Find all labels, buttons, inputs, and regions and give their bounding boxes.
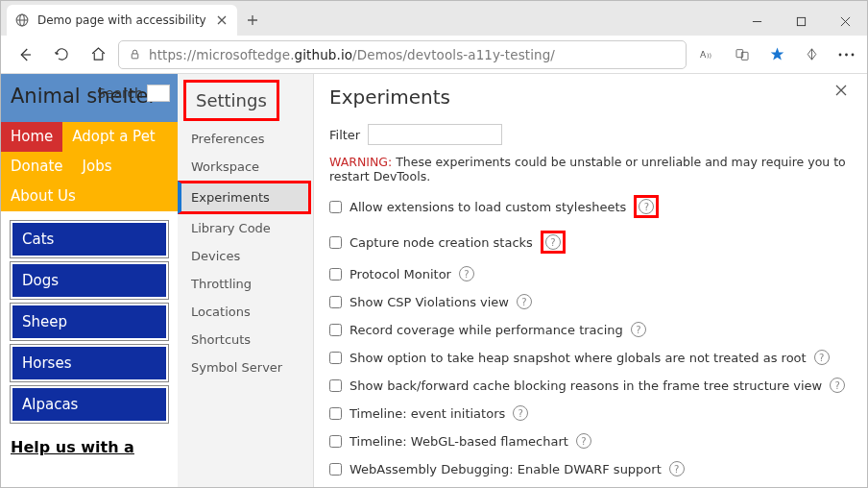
svg-rect-3	[132, 54, 138, 59]
url-text: https://microsoftedge.github.io/Demos/de…	[149, 47, 676, 62]
experiment-row: Show CSP Violations view ?	[329, 294, 852, 309]
new-tab-button[interactable]	[237, 5, 268, 36]
sidebar-item-locations[interactable]: Locations	[178, 298, 313, 326]
svg-point-10	[851, 53, 854, 56]
reading-mode-icon[interactable]: A))	[694, 41, 721, 68]
refresh-button[interactable]	[45, 40, 78, 69]
webpage-content: Animal shelter Search Home Adopt a Pet D…	[1, 74, 178, 487]
more-icon[interactable]	[832, 41, 859, 68]
experiment-checkbox[interactable]	[329, 296, 342, 308]
experiment-checkbox[interactable]	[329, 268, 342, 281]
animal-button[interactable]: Cats	[11, 221, 168, 257]
search-input[interactable]	[147, 85, 170, 102]
help-icon[interactable]: ?	[669, 461, 685, 476]
help-icon[interactable]: ?	[814, 350, 830, 365]
help-icon[interactable]: ?	[459, 266, 474, 281]
experiment-checkbox[interactable]	[329, 352, 342, 364]
home-button[interactable]	[82, 40, 114, 69]
help-icon[interactable]: ?	[545, 234, 561, 250]
experiment-label: Record coverage while performance tracin…	[350, 323, 623, 337]
settings-title: Settings	[183, 80, 279, 121]
svg-point-9	[845, 53, 848, 56]
experiment-checkbox[interactable]	[329, 435, 342, 448]
sidebar-item-library[interactable]: Library Code	[178, 214, 313, 242]
tab-close-button[interactable]	[214, 12, 229, 28]
svg-rect-2	[797, 17, 805, 25]
experiment-row: Capture node creation stacks ?	[329, 231, 852, 254]
help-icon[interactable]: ?	[513, 405, 528, 421]
nav-jobs[interactable]: Jobs	[73, 152, 122, 182]
sidebar-item-symbol[interactable]: Symbol Server	[178, 354, 313, 381]
svg-text:)): ))	[707, 52, 711, 60]
experiment-label: Show option to take heap snapshot where …	[350, 351, 807, 365]
experiment-checkbox[interactable]	[329, 407, 342, 420]
filter-label: Filter	[329, 128, 360, 142]
animal-button[interactable]: Dogs	[11, 262, 168, 299]
titlebar: Demo page with accessibility iss	[1, 1, 867, 36]
experiment-label: Show CSP Violations view	[350, 295, 509, 309]
page-title: Animal shelter	[11, 84, 168, 109]
experiment-label: Protocol Monitor	[350, 267, 451, 281]
help-icon[interactable]: ?	[631, 322, 646, 337]
experiment-row: Show back/forward cache blocking reasons…	[329, 378, 852, 393]
address-bar[interactable]: https://microsoftedge.github.io/Demos/de…	[118, 40, 687, 69]
animal-button[interactable]: Sheep	[11, 304, 168, 340]
copilot-icon[interactable]	[798, 41, 825, 68]
experiment-row: Timeline: WebGL-based flamechart ?	[329, 433, 852, 449]
experiments-title: Experiments	[329, 85, 852, 109]
experiment-label: Allow extensions to load custom styleshe…	[350, 200, 626, 214]
experiment-checkbox[interactable]	[329, 463, 342, 476]
tab-favicon	[14, 12, 30, 28]
close-settings-button[interactable]	[832, 82, 850, 99]
back-button[interactable]	[9, 40, 41, 69]
experiment-label: Capture node creation stacks	[350, 235, 533, 250]
experiment-row: Show option to take heap snapshot where …	[329, 350, 852, 365]
sidebar-item-workspace[interactable]: Workspace	[178, 153, 313, 181]
close-window-button[interactable]	[823, 7, 867, 36]
help-icon[interactable]: ?	[830, 378, 845, 393]
sidebar-item-devices[interactable]: Devices	[178, 242, 313, 270]
tab-title: Demo page with accessibility iss	[37, 13, 206, 27]
help-icon[interactable]: ?	[576, 433, 591, 449]
experiment-row: Allow extensions to load custom styleshe…	[329, 195, 852, 218]
filter-input[interactable]	[368, 124, 502, 145]
nav-home[interactable]: Home	[1, 122, 62, 152]
animal-button[interactable]: Alpacas	[11, 386, 168, 423]
devtools-panel: Settings Preferences Workspace Experimen…	[178, 74, 867, 487]
help-icon[interactable]: ?	[639, 199, 654, 214]
lock-icon	[129, 48, 141, 61]
experiment-label: Timeline: event initiators	[350, 406, 505, 421]
nav-donate[interactable]: Donate	[1, 152, 73, 182]
search-label: Search	[97, 85, 143, 101]
sidebar-item-shortcuts[interactable]: Shortcuts	[178, 326, 313, 354]
help-icon[interactable]: ?	[517, 294, 532, 309]
hero-banner: Animal shelter Search	[1, 74, 178, 122]
settings-sidebar: Settings Preferences Workspace Experimen…	[178, 74, 314, 487]
nav-about[interactable]: About Us	[1, 182, 85, 211]
maximize-button[interactable]	[779, 7, 823, 36]
svg-point-8	[838, 53, 841, 56]
experiment-checkbox[interactable]	[329, 379, 342, 392]
experiment-row: Record coverage while performance tracin…	[329, 322, 852, 337]
experiment-checkbox[interactable]	[329, 201, 342, 213]
translate-icon[interactable]	[729, 41, 756, 68]
experiment-row: Timeline: event initiators ?	[329, 405, 852, 421]
sidebar-item-throttling[interactable]: Throttling	[178, 270, 313, 298]
experiment-checkbox[interactable]	[329, 324, 342, 336]
experiment-row: WebAssembly Debugging: Enable DWARF supp…	[329, 461, 852, 476]
svg-text:A: A	[700, 49, 707, 60]
favorite-icon[interactable]	[763, 41, 790, 68]
browser-tab[interactable]: Demo page with accessibility iss	[7, 5, 237, 36]
minimize-button[interactable]	[735, 7, 779, 36]
help-heading: Help us with a	[1, 432, 178, 462]
nav-adopt[interactable]: Adopt a Pet	[62, 122, 164, 152]
experiment-label: Timeline: WebGL-based flamechart	[350, 434, 568, 449]
sidebar-item-experiments[interactable]: Experiments	[178, 181, 311, 214]
sidebar-item-preferences[interactable]: Preferences	[178, 125, 313, 153]
main-nav: Home Adopt a Pet Donate Jobs About Us	[1, 122, 178, 211]
animal-button[interactable]: Horses	[11, 345, 168, 381]
experiment-label: WebAssembly Debugging: Enable DWARF supp…	[350, 462, 662, 476]
experiment-row: Protocol Monitor ?	[329, 266, 852, 281]
experiment-checkbox[interactable]	[329, 236, 342, 249]
settings-main: Experiments Filter WARNING: These experi…	[314, 74, 867, 487]
